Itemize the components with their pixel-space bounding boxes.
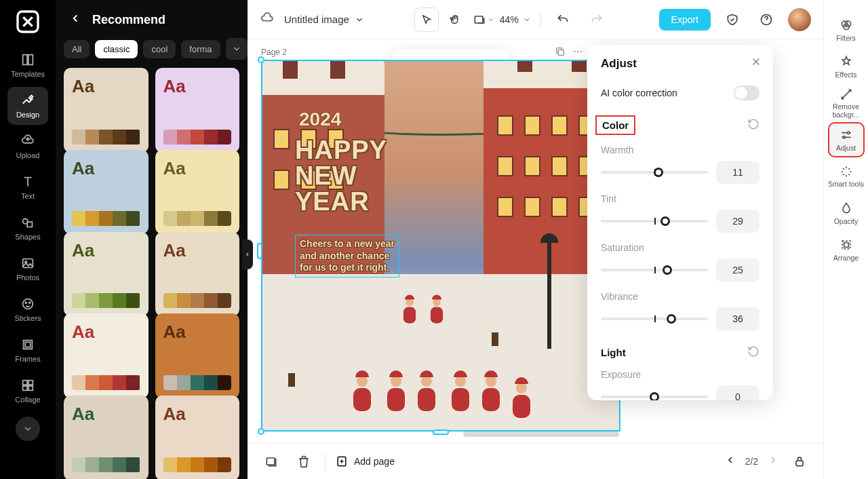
rr-opacity[interactable]: Opacity (828, 195, 865, 231)
svg-point-8 (25, 302, 26, 303)
shield-icon[interactable] (720, 7, 745, 32)
palette-card[interactable]: Aa (64, 313, 149, 398)
rr-filters[interactable]: Filters (828, 12, 865, 47)
palette-card[interactable]: Aa (64, 68, 149, 153)
rr-remove-bg[interactable]: Remove backgr... (828, 85, 865, 121)
resize-tool[interactable] (471, 7, 496, 32)
help-icon[interactable] (754, 7, 778, 32)
design-panel: Recommend All classic cool forma AaAaAaA… (56, 0, 248, 479)
rail-upload[interactable]: Upload (7, 128, 48, 166)
palette-card[interactable]: Aa (64, 150, 149, 235)
slider-value[interactable]: 0 (716, 385, 760, 400)
page-prev[interactable] (725, 455, 736, 467)
ai-toggle[interactable] (734, 85, 760, 100)
svg-point-9 (29, 302, 31, 303)
svg-point-19 (574, 51, 575, 52)
slider-label: Warmth (601, 145, 760, 155)
adjust-panel: Adjust AI color correction Color Warmth1… (587, 45, 773, 400)
hand-tool[interactable] (443, 7, 467, 32)
text-sub[interactable]: Cheers to a new year and another chance … (295, 235, 399, 277)
right-rail: Filters Effects Remove backgr... Adjust … (823, 0, 868, 479)
avatar[interactable] (788, 8, 811, 31)
rr-arrange[interactable]: Arrange (828, 232, 865, 267)
slider-track[interactable] (601, 220, 708, 223)
palette-card[interactable]: Aa (64, 396, 149, 479)
slider-vibrance: Vibrance36 (601, 291, 760, 330)
page-more-icon[interactable] (572, 46, 583, 60)
chip-cool[interactable]: cool (143, 40, 176, 58)
slider-exposure: Exposure0 (601, 369, 760, 400)
palette-card[interactable]: Aa (155, 232, 240, 317)
lock-icon[interactable] (788, 450, 811, 473)
slider-thumb[interactable] (667, 314, 676, 324)
slider-value[interactable]: 29 (716, 210, 760, 233)
page-label: Page 2 (261, 47, 287, 57)
canvas[interactable]: 2024 HAPPYNEWYEAR Cheers to a new year a… (261, 60, 620, 432)
rail-design[interactable]: Design (7, 87, 48, 125)
duplicate-page-icon[interactable] (555, 46, 566, 60)
rr-adjust[interactable]: Adjust (828, 122, 865, 157)
panel-back[interactable] (69, 12, 81, 27)
slider-value[interactable]: 11 (716, 161, 760, 184)
zoom-control[interactable]: 44% (500, 14, 531, 25)
app-logo[interactable] (14, 8, 41, 35)
undo-button[interactable] (551, 7, 575, 32)
topbar: Untitled image 44% Export (248, 0, 823, 39)
chip-formal[interactable]: forma (181, 40, 220, 58)
rail-text[interactable]: Text (7, 168, 48, 206)
slider-thumb[interactable] (663, 265, 672, 275)
rail-frames[interactable]: Frames (7, 331, 48, 369)
svg-rect-15 (28, 386, 33, 390)
cloud-icon[interactable] (260, 11, 275, 28)
rail-shapes[interactable]: Shapes (7, 209, 48, 247)
slider-track[interactable] (601, 396, 708, 398)
svg-rect-37 (844, 242, 848, 247)
svg-rect-18 (558, 50, 564, 55)
panel-collapse[interactable] (242, 240, 253, 269)
rail-stickers[interactable]: Stickers (7, 290, 48, 328)
doc-title[interactable]: Untitled image (284, 14, 364, 25)
close-icon[interactable] (750, 56, 762, 71)
chip-classic[interactable]: classic (95, 40, 138, 58)
svg-rect-28 (267, 458, 275, 465)
rail-collage[interactable]: Collage (7, 372, 48, 410)
slider-track[interactable] (601, 269, 708, 271)
slider-value[interactable]: 25 (716, 258, 760, 282)
left-rail: Templates Design Upload Text Shapes Phot… (0, 0, 56, 479)
chip-more[interactable] (226, 38, 248, 60)
rail-templates[interactable]: Templates (7, 46, 48, 84)
slider-label: Vibrance (601, 291, 760, 302)
svg-rect-16 (475, 16, 483, 23)
trash-icon[interactable] (292, 450, 315, 473)
reset-light-icon[interactable] (747, 345, 760, 360)
redo-button[interactable] (585, 7, 609, 32)
slider-thumb[interactable] (660, 216, 670, 226)
svg-rect-14 (23, 386, 27, 390)
horizontal-scrollbar[interactable] (463, 432, 619, 437)
page-next[interactable] (768, 455, 778, 467)
slider-thumb[interactable] (650, 392, 659, 400)
reset-color-icon[interactable] (747, 118, 760, 133)
palette-card[interactable]: Aa (155, 150, 240, 235)
rr-smart-tools[interactable]: Smart tools (828, 159, 865, 194)
export-button[interactable]: Export (659, 9, 711, 31)
slider-thumb[interactable] (654, 168, 663, 177)
palette-card[interactable]: Aa (155, 396, 240, 479)
rail-photos[interactable]: Photos (7, 250, 48, 288)
palette-card[interactable]: Aa (64, 232, 149, 317)
cursor-tool[interactable] (414, 7, 439, 32)
slider-track[interactable] (601, 318, 708, 320)
add-page-button[interactable]: Add page (335, 455, 395, 468)
panel-title: Recommend (92, 13, 165, 27)
svg-rect-13 (28, 381, 33, 385)
text-year[interactable]: 2024 (299, 109, 341, 130)
chip-all[interactable]: All (64, 40, 90, 58)
layers-icon[interactable] (260, 450, 283, 473)
rr-effects[interactable]: Effects (828, 49, 865, 84)
slider-value[interactable]: 36 (716, 307, 760, 330)
slider-track[interactable] (601, 171, 708, 174)
text-headline[interactable]: HAPPYNEWYEAR (295, 137, 387, 214)
palette-card[interactable]: Aa (155, 313, 240, 398)
rail-more[interactable] (16, 417, 40, 441)
palette-card[interactable]: Aa (155, 68, 240, 153)
